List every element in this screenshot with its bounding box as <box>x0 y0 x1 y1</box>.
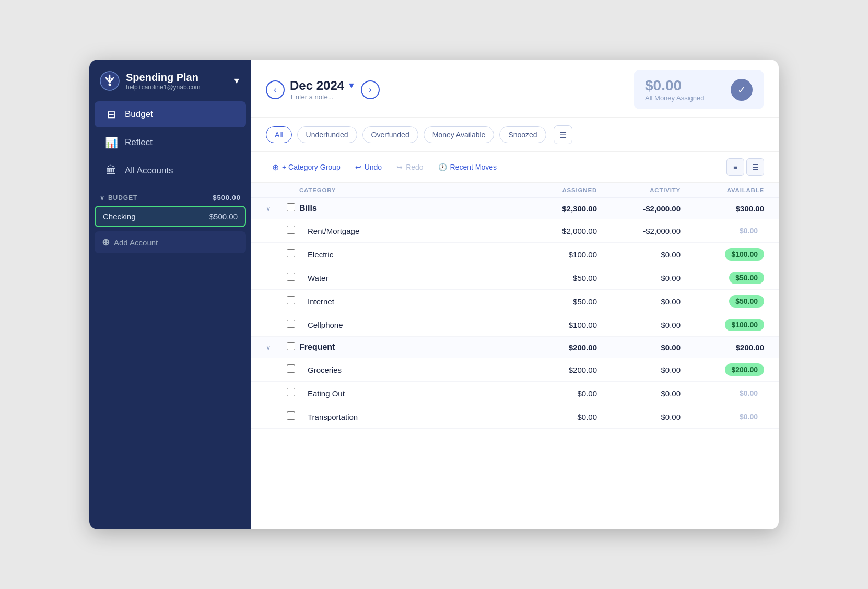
compact-view-icon: ≡ <box>733 163 737 171</box>
sidebar-item-budget[interactable]: ⊟ Budget <box>95 101 246 127</box>
recent-moves-button[interactable]: 🕐 Recent Moves <box>432 160 503 174</box>
rent-checkbox[interactable] <box>287 226 295 234</box>
chevron-down-bills-icon[interactable]: ∨ <box>266 205 271 213</box>
filter-money-available-button[interactable]: Money Available <box>424 126 495 143</box>
transportation-assigned[interactable]: $0.00 <box>513 413 597 421</box>
chevron-down-frequent-icon[interactable]: ∨ <box>266 344 271 351</box>
view-compact-button[interactable]: ≡ <box>726 158 744 176</box>
col-checkbox <box>287 187 299 193</box>
electric-checkbox[interactable] <box>287 249 295 257</box>
add-category-group-button[interactable]: ⊕ + Category Group <box>266 159 347 175</box>
cellphone-assigned[interactable]: $100.00 <box>513 321 597 329</box>
sidebar: Spending Plan help+caroline1@ynab.com ▼ … <box>89 60 251 529</box>
rent-activity: -$2,000.00 <box>597 227 681 235</box>
rent-name: Rent/Mortgage <box>299 227 513 235</box>
budget-section-header: ∨ BUDGET $500.00 <box>95 190 246 206</box>
view-toggle: ≡ ☰ <box>726 158 764 176</box>
filter-bar: All Underfunded Overfunded Money Availab… <box>251 118 779 152</box>
sidebar-item-reflect[interactable]: 📊 Reflect <box>95 129 246 156</box>
bills-available: $300.00 <box>681 204 764 213</box>
frequent-group-checkbox[interactable] <box>287 342 295 350</box>
table-header: CATEGORY ASSIGNED ACTIVITY AVAILABLE <box>251 183 779 198</box>
filter-options-button[interactable]: ☰ <box>554 125 572 144</box>
next-month-button[interactable]: › <box>361 80 380 99</box>
cellphone-available: $100.00 <box>681 319 764 331</box>
add-category-group-label: + Category Group <box>282 163 341 171</box>
transportation-available-badge: $0.00 <box>733 410 764 423</box>
groceries-checkbox[interactable] <box>287 364 295 373</box>
redo-label: Redo <box>406 163 423 171</box>
cellphone-name: Cellphone <box>299 321 513 329</box>
clock-icon: 🕐 <box>438 163 447 171</box>
category-row-transportation: Transportation $0.00 $0.00 $0.00 <box>251 405 779 429</box>
sidebar-item-all-accounts[interactable]: 🏛 All Accounts <box>95 158 246 183</box>
water-assigned[interactable]: $50.00 <box>513 274 597 282</box>
eating-out-available-badge: $0.00 <box>733 387 764 399</box>
group-row-bills: ∨ Bills $2,300.00 -$2,000.00 $300.00 <box>251 198 779 219</box>
col-available: AVAILABLE <box>681 187 764 193</box>
category-row-internet: Internet $50.00 $0.00 $50.00 <box>251 290 779 313</box>
internet-checkbox[interactable] <box>287 296 295 304</box>
electric-name: Electric <box>299 250 513 259</box>
groceries-name: Groceries <box>299 366 513 374</box>
rent-assigned[interactable]: $2,000.00 <box>513 227 597 235</box>
transportation-activity: $0.00 <box>597 413 681 421</box>
view-list-button[interactable]: ☰ <box>746 158 764 176</box>
budget-section: ∨ BUDGET $500.00 Checking $500.00 ⊕ Add … <box>89 190 251 253</box>
account-balance: $500.00 <box>209 212 238 221</box>
eating-out-checkbox[interactable] <box>287 388 295 396</box>
internet-activity: $0.00 <box>597 297 681 306</box>
electric-activity: $0.00 <box>597 250 681 259</box>
category-row-water: Water $50.00 $0.00 $50.00 <box>251 266 779 290</box>
category-row-groceries: Groceries $200.00 $0.00 $200.00 <box>251 358 779 382</box>
budget-total-amount: $500.00 <box>213 194 241 202</box>
filter-underfunded-button[interactable]: Underfunded <box>297 126 357 143</box>
group-row-frequent: ∨ Frequent $200.00 $0.00 $200.00 <box>251 337 779 358</box>
budget-icon: ⊟ <box>105 108 118 121</box>
bills-group-name: Bills <box>299 204 513 213</box>
electric-assigned[interactable]: $100.00 <box>513 250 597 259</box>
month-nav: ‹ Dec 2024 ▼ Enter a note... › <box>266 78 380 101</box>
main-content: ‹ Dec 2024 ▼ Enter a note... › $0.00 All… <box>251 60 779 529</box>
accounts-icon: 🏛 <box>105 164 118 176</box>
note-input[interactable]: Enter a note... <box>290 93 356 101</box>
bills-expand[interactable]: ∨ <box>266 205 287 213</box>
frequent-activity: $0.00 <box>597 343 681 352</box>
water-checkbox[interactable] <box>287 273 295 281</box>
budget-section-label: BUDGET <box>108 194 137 202</box>
electric-available: $100.00 <box>681 248 764 261</box>
undo-button[interactable]: ↩ Undo <box>349 160 388 174</box>
eating-out-assigned[interactable]: $0.00 <box>513 389 597 398</box>
col-expand <box>266 187 287 193</box>
frequent-expand[interactable]: ∨ <box>266 344 287 351</box>
redo-button[interactable]: ↪ Redo <box>390 160 429 174</box>
add-account-label: Add Account <box>114 238 158 247</box>
plus-icon: ⊕ <box>102 237 110 248</box>
filter-all-button[interactable]: All <box>266 126 292 143</box>
chevron-down-icon[interactable]: ▼ <box>232 76 241 86</box>
reflect-icon: 📊 <box>105 136 118 149</box>
internet-name: Internet <box>299 297 513 306</box>
nav-label-reflect: Reflect <box>125 137 153 148</box>
budget-collapse-icon[interactable]: ∨ <box>100 194 105 202</box>
nav-label-accounts: All Accounts <box>125 166 173 176</box>
prev-month-button[interactable]: ‹ <box>266 80 285 99</box>
internet-assigned[interactable]: $50.00 <box>513 297 597 306</box>
frequent-available: $200.00 <box>681 343 764 352</box>
cellphone-checkbox[interactable] <box>287 320 295 328</box>
groceries-assigned[interactable]: $200.00 <box>513 366 597 374</box>
add-account-button[interactable]: ⊕ Add Account <box>95 231 246 253</box>
groceries-activity: $0.00 <box>597 366 681 374</box>
undo-label: Undo <box>365 163 382 171</box>
transportation-checkbox[interactable] <box>287 411 295 420</box>
action-bar: ⊕ + Category Group ↩ Undo ↪ Redo 🕐 Recen… <box>251 152 779 183</box>
bills-group-checkbox[interactable] <box>287 203 295 211</box>
filter-snoozed-button[interactable]: Snoozed <box>499 126 546 143</box>
sidebar-title-block: Spending Plan help+caroline1@ynab.com <box>126 71 201 91</box>
redo-icon: ↪ <box>396 163 403 171</box>
month-selector[interactable]: Dec 2024 ▼ <box>290 78 356 93</box>
sidebar-brand[interactable]: Spending Plan help+caroline1@ynab.com <box>100 71 201 91</box>
account-checking[interactable]: Checking $500.00 <box>95 206 246 227</box>
filter-overfunded-button[interactable]: Overfunded <box>362 126 418 143</box>
eating-out-activity: $0.00 <box>597 389 681 398</box>
